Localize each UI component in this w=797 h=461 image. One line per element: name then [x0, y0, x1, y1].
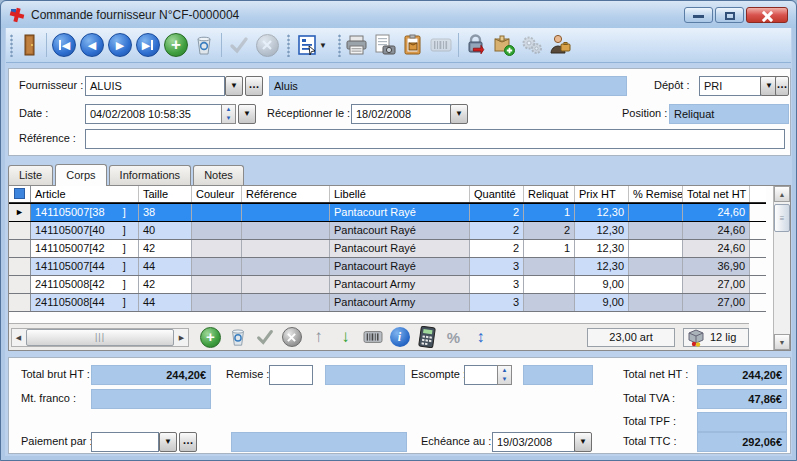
table-row[interactable]: 241105008[42 ] 42 Pantacourt Army 3 9,00…: [9, 276, 766, 294]
cell-libelle[interactable]: Pantacourt Rayé: [330, 240, 470, 257]
reception-date-input[interactable]: 18/02/2008: [351, 104, 451, 124]
cell-couleur[interactable]: [192, 276, 242, 293]
paiement-input[interactable]: [91, 432, 159, 452]
cell-remise[interactable]: [629, 240, 683, 257]
add-line-button[interactable]: +: [197, 324, 224, 350]
nav-last-button[interactable]: ▶: [134, 31, 162, 59]
cell-quantite[interactable]: 2: [470, 222, 524, 239]
nav-first-button[interactable]: ◀: [50, 31, 78, 59]
cell-couleur[interactable]: [192, 222, 242, 239]
cell-reference[interactable]: [242, 204, 330, 221]
minimize-button[interactable]: [684, 7, 713, 23]
col-reference[interactable]: Référence: [242, 186, 330, 202]
cell-couleur[interactable]: [192, 258, 242, 275]
cell-reference[interactable]: [242, 222, 330, 239]
remise-input[interactable]: [269, 365, 313, 385]
cell-reference[interactable]: [242, 240, 330, 257]
cell-quantite[interactable]: 3: [470, 276, 524, 293]
col-total-net-ht[interactable]: Total net HT: [683, 186, 750, 202]
close-button[interactable]: [746, 7, 788, 23]
cell-remise[interactable]: [629, 294, 683, 311]
validate-line-button[interactable]: [251, 324, 278, 350]
depot-browse-button[interactable]: …: [775, 76, 789, 96]
cell-quantite[interactable]: 2: [470, 204, 524, 221]
cell-libelle[interactable]: Pantacourt Rayé: [330, 222, 470, 239]
hscroll-thumb[interactable]: |||: [26, 329, 174, 346]
cell-prix[interactable]: 12,30: [575, 222, 629, 239]
col-libelle[interactable]: Libellé: [330, 186, 470, 202]
grid-vertical-scrollbar[interactable]: ▲ ≡ ▼: [773, 186, 790, 350]
cell-quantite[interactable]: 3: [470, 258, 524, 275]
receive-order-button[interactable]: [399, 31, 427, 59]
fournisseur-code-input[interactable]: ALUIS: [85, 76, 225, 96]
calculator-button[interactable]: [413, 324, 440, 350]
select-all-cell[interactable]: [9, 186, 31, 202]
cell-reliquat[interactable]: 1: [524, 240, 575, 257]
cell-prix[interactable]: 9,00: [575, 294, 629, 311]
cell-article[interactable]: 141105007[40 ]: [31, 222, 139, 239]
cell-quantite[interactable]: 2: [470, 240, 524, 257]
echeance-input[interactable]: 19/03/2008: [492, 432, 575, 452]
print-button[interactable]: [343, 31, 371, 59]
cell-remise[interactable]: [629, 204, 683, 221]
col-remise[interactable]: % Remise: [629, 186, 683, 202]
table-row[interactable]: 141105007[44 ] 44 Pantacourt Rayé 3 12,3…: [9, 258, 766, 276]
scroll-left-icon[interactable]: ◀: [12, 329, 25, 346]
delete-record-button[interactable]: [190, 31, 218, 59]
cell-reliquat[interactable]: 1: [524, 204, 575, 221]
remise-percent-button[interactable]: %: [440, 324, 467, 350]
reception-dropdown-button[interactable]: ▼: [450, 104, 468, 124]
move-line-down-button[interactable]: ↓: [332, 324, 359, 350]
delete-line-button[interactable]: [224, 324, 251, 350]
cell-total[interactable]: 24,60: [683, 240, 750, 257]
cell-total[interactable]: 24,60: [683, 222, 750, 239]
col-prix-ht[interactable]: Prix HT: [575, 186, 629, 202]
cell-prix[interactable]: 12,30: [575, 204, 629, 221]
cell-couleur[interactable]: [192, 294, 242, 311]
col-quantite[interactable]: Quantité: [470, 186, 524, 202]
grid-horizontal-scrollbar[interactable]: ◀ ||| ▶: [11, 328, 189, 347]
paiement-dropdown-button[interactable]: ▼: [159, 432, 177, 452]
scroll-right-icon[interactable]: ▶: [175, 329, 188, 346]
fournisseur-browse-button[interactable]: …: [245, 76, 263, 96]
cell-article[interactable]: 141105007[42 ]: [31, 240, 139, 257]
cell-taille[interactable]: 44: [139, 294, 192, 311]
cell-libelle[interactable]: Pantacourt Army: [330, 276, 470, 293]
scroll-down-button[interactable]: ▼: [774, 334, 790, 350]
fournisseur-dropdown-button[interactable]: ▼: [225, 76, 243, 96]
cell-taille[interactable]: 44: [139, 258, 192, 275]
date-spinner[interactable]: ▲▼: [221, 104, 236, 124]
cell-total[interactable]: 24,60: [683, 204, 750, 221]
tab-corps[interactable]: Corps: [55, 164, 106, 186]
cell-article[interactable]: 241105008[44 ]: [31, 294, 139, 311]
barcode-line-button[interactable]: [359, 324, 386, 350]
cell-taille[interactable]: 42: [139, 240, 192, 257]
nav-next-button[interactable]: ▶: [106, 31, 134, 59]
cell-libelle[interactable]: Pantacourt Rayé: [330, 204, 470, 221]
cell-reference[interactable]: [242, 258, 330, 275]
cell-libelle[interactable]: Pantacourt Army: [330, 294, 470, 311]
table-row[interactable]: 141105007[42 ] 42 Pantacourt Rayé 2 1 12…: [9, 240, 766, 258]
line-info-button[interactable]: i: [386, 324, 413, 350]
escompte-spinner[interactable]: ▲▼: [497, 365, 512, 385]
cell-reliquat[interactable]: [524, 258, 575, 275]
cell-libelle[interactable]: Pantacourt Rayé: [330, 258, 470, 275]
supplier-card-button[interactable]: [546, 31, 574, 59]
scroll-thumb[interactable]: ≡: [774, 204, 790, 232]
cell-reference[interactable]: [242, 294, 330, 311]
col-article[interactable]: Article: [31, 186, 139, 202]
col-reliquat[interactable]: Reliquat: [524, 186, 575, 202]
date-dropdown-button[interactable]: ▼: [238, 104, 256, 124]
reorder-lines-button[interactable]: ↕: [467, 324, 494, 350]
cell-prix[interactable]: 9,00: [575, 276, 629, 293]
maximize-button[interactable]: [715, 7, 744, 23]
cell-article[interactable]: 141105007[44 ]: [31, 258, 139, 275]
date-input[interactable]: 04/02/2008 10:58:35: [85, 104, 222, 124]
cell-prix[interactable]: 12,30: [575, 258, 629, 275]
echeance-dropdown-button[interactable]: ▼: [574, 432, 592, 452]
table-row[interactable]: 241105008[44 ] 44 Pantacourt Army 3 9,00…: [9, 294, 766, 312]
cell-article[interactable]: 241105008[42 ]: [31, 276, 139, 293]
cell-quantite[interactable]: 3: [470, 294, 524, 311]
move-line-up-button[interactable]: ↑: [305, 324, 332, 350]
cell-remise[interactable]: [629, 222, 683, 239]
